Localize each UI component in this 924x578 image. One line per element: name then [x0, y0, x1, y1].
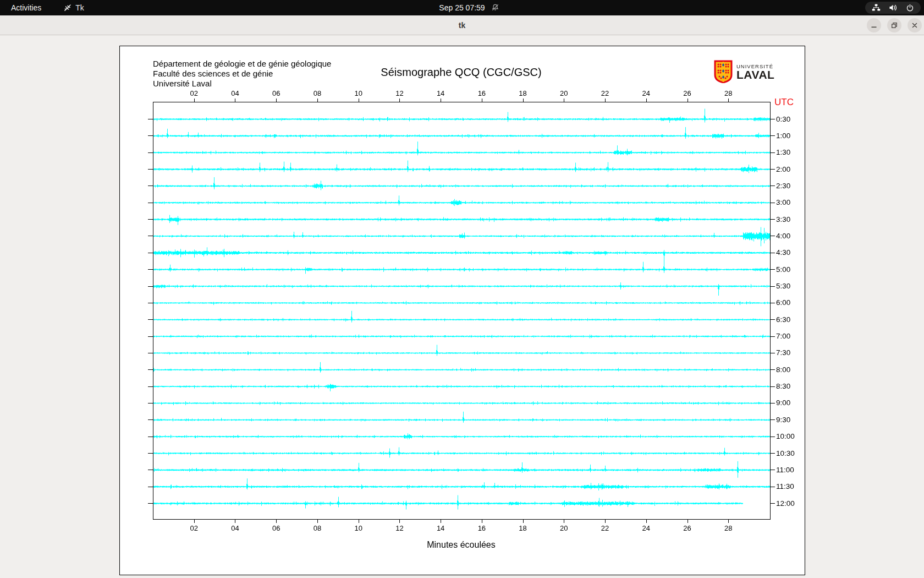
- row-tick-right: [770, 487, 775, 487]
- x-tick-label-bottom: 08: [314, 524, 321, 532]
- restore-button[interactable]: [887, 18, 901, 32]
- x-tick-top: [646, 99, 647, 102]
- x-tick-label-bottom: 10: [354, 524, 362, 532]
- minimize-button[interactable]: [867, 18, 881, 32]
- row-tick-right: [770, 453, 775, 454]
- x-tick-label-bottom: 06: [272, 524, 280, 532]
- x-tick-label-top: 24: [642, 89, 650, 97]
- x-tick-top: [564, 99, 564, 102]
- close-icon: [911, 22, 918, 29]
- time-label: 7:00: [776, 331, 790, 341]
- row-tick-left: [148, 169, 153, 170]
- row-tick-left: [148, 269, 153, 270]
- row-tick-right: [770, 286, 775, 287]
- time-label: 1:00: [776, 131, 790, 141]
- system-tray[interactable]: [865, 2, 921, 14]
- x-tick-bottom: [359, 519, 359, 523]
- row-tick-left: [148, 503, 153, 504]
- row-tick-left: [148, 487, 153, 487]
- x-tick-top: [482, 99, 482, 102]
- x-tick-bottom: [194, 519, 195, 523]
- laval-shield-icon: [714, 60, 733, 83]
- time-label: 9:00: [776, 398, 790, 408]
- x-tick-label-top: 10: [354, 89, 362, 97]
- row-tick-right: [770, 253, 775, 253]
- x-tick-label-bottom: 24: [642, 524, 650, 532]
- row-tick-left: [148, 319, 153, 320]
- x-tick-top: [399, 99, 400, 102]
- clock-label[interactable]: Sep 25 07:59: [439, 0, 485, 15]
- row-tick-right: [770, 169, 775, 170]
- power-icon: [906, 4, 914, 12]
- x-tick-label-top: 06: [272, 89, 280, 97]
- row-tick-left: [148, 419, 153, 420]
- row-tick-left: [148, 336, 153, 337]
- minimize-icon: [871, 22, 877, 29]
- time-label: 7:30: [776, 348, 790, 358]
- x-tick-bottom: [482, 519, 482, 523]
- x-tick-top: [194, 99, 195, 102]
- time-label: 9:30: [776, 415, 790, 425]
- x-tick-label-top: 26: [683, 89, 691, 97]
- time-label: 1:30: [776, 148, 790, 157]
- time-label: 3:30: [776, 215, 790, 225]
- x-tick-label-top: 12: [395, 89, 403, 97]
- top-bar: Activities Tk Sep 25 07:59: [0, 0, 924, 15]
- x-tick-bottom: [646, 519, 647, 523]
- x-tick-bottom: [688, 519, 688, 523]
- row-tick-right: [770, 353, 775, 353]
- seismograph-canvas-area: Département de géologie et de génie géol…: [119, 46, 805, 575]
- row-tick-right: [770, 203, 775, 203]
- row-tick-left: [148, 369, 153, 370]
- x-axis-label: Minutes écoulées: [153, 540, 769, 550]
- x-tick-top: [728, 99, 729, 102]
- time-label: 2:30: [776, 181, 790, 191]
- row-tick-left: [148, 203, 153, 203]
- time-label: 5:00: [776, 265, 790, 275]
- volume-icon: [889, 4, 898, 12]
- x-tick-label-top: 08: [314, 89, 321, 97]
- plot-frame: [153, 102, 771, 520]
- x-tick-label-top: 28: [724, 89, 732, 97]
- org-line-3: Université Laval: [153, 79, 331, 89]
- x-tick-top: [523, 99, 524, 102]
- close-button[interactable]: [908, 18, 922, 32]
- row-tick-right: [770, 152, 775, 153]
- time-label: 4:00: [776, 231, 790, 241]
- x-tick-label-top: 16: [478, 89, 486, 97]
- x-tick-label-bottom: 26: [683, 524, 691, 532]
- x-tick-label-bottom: 20: [560, 524, 568, 532]
- laval-logo: UNIVERSITÉ LAVAL: [714, 60, 774, 83]
- x-tick-bottom: [317, 519, 318, 523]
- row-tick-left: [148, 453, 153, 454]
- row-tick-left: [148, 219, 153, 220]
- x-tick-label-top: 18: [519, 89, 526, 97]
- x-tick-label-bottom: 14: [437, 524, 444, 532]
- x-tick-label-bottom: 22: [601, 524, 609, 532]
- x-tick-bottom: [605, 519, 606, 523]
- row-tick-right: [770, 119, 775, 119]
- time-label: 3:00: [776, 198, 790, 208]
- x-tick-label-bottom: 04: [231, 524, 239, 532]
- x-tick-label-bottom: 02: [190, 524, 197, 532]
- row-tick-left: [148, 286, 153, 287]
- row-tick-left: [148, 119, 153, 119]
- x-tick-label-bottom: 28: [724, 524, 732, 532]
- row-tick-left: [148, 253, 153, 253]
- row-tick-left: [148, 152, 153, 153]
- activities-button[interactable]: Activities: [9, 3, 43, 12]
- row-tick-right: [770, 303, 775, 303]
- utc-label: UTC: [774, 97, 794, 108]
- tk-app-indicator[interactable]: Tk: [63, 3, 84, 12]
- time-label: 8:00: [776, 365, 790, 375]
- row-tick-right: [770, 219, 775, 220]
- time-label: 5:30: [776, 281, 790, 291]
- x-tick-label-top: 22: [601, 89, 609, 97]
- chart-title: Séismographe QCQ (CGC/GSC): [153, 66, 769, 79]
- tk-app-label: Tk: [75, 3, 84, 12]
- row-tick-right: [770, 403, 775, 403]
- logo-laval-text: LAVAL: [736, 69, 774, 80]
- time-label: 8:30: [776, 381, 790, 391]
- x-tick-label-bottom: 18: [519, 524, 526, 532]
- time-label: 10:00: [776, 432, 795, 441]
